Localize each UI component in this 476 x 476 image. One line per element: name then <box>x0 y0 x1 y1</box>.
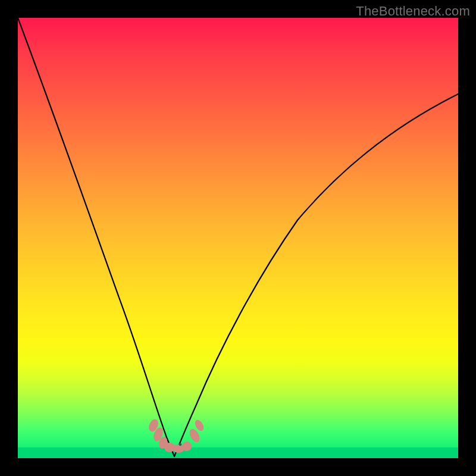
curve-right-branch <box>174 94 458 456</box>
attribution-watermark: TheBottleneck.com <box>356 4 470 19</box>
bottom-markers <box>147 418 205 453</box>
chart-svg <box>18 18 458 458</box>
min-point-dot <box>179 443 182 446</box>
curve-left-branch <box>18 18 174 456</box>
